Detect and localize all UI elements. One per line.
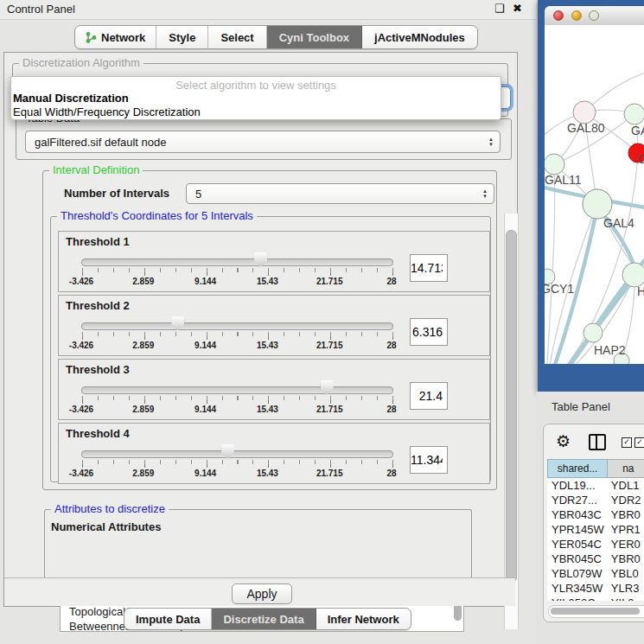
tab-style-label: Style: [169, 31, 195, 44]
thresholds-group-title: Threshold's Coordinates for 5 Intervals: [57, 209, 257, 222]
threshold-4-panel: Threshold 4 -3.426 2.859 9.144 15.43 21.…: [58, 423, 490, 484]
node-gal11[interactable]: [545, 154, 564, 175]
network-canvas[interactable]: GAL80 GA C GAL11 GAL4 GCY1 H HAP2: [545, 25, 644, 364]
tab-network[interactable]: Network: [75, 26, 156, 48]
table-hscrollbar-thumb[interactable]: [551, 608, 640, 615]
tab-impute-data[interactable]: Impute Data: [124, 609, 212, 629]
column-header-shared-name[interactable]: shared...: [547, 459, 608, 478]
close-window-icon[interactable]: ✖: [513, 2, 522, 15]
table-row[interactable]: YBL079WYBL0: [547, 566, 644, 581]
threshold-2-value-field[interactable]: [410, 318, 448, 346]
table-hscrollbar-track[interactable]: [548, 605, 644, 618]
checkbox-icon[interactable]: ✓: [634, 437, 644, 448]
tab-select-label: Select: [220, 31, 253, 44]
table-panel: Table Panel ⚙ ✓ ✓ shared... na YDL19...Y…: [536, 392, 644, 644]
table-data-group: Table Data galFiltered.sif default node …: [16, 118, 512, 160]
table-panel-title: Table Panel: [552, 400, 610, 413]
table-row[interactable]: YPR145WYPR1: [547, 522, 644, 537]
discretization-algorithm-group-title: Discretization Algorithm: [19, 56, 143, 69]
slider-scale-labels: -3.426 2.859 9.144 15.43 21.715 28: [81, 277, 392, 287]
threshold-4-value-field[interactable]: [410, 446, 448, 474]
threshold-3-value-field[interactable]: [410, 382, 448, 410]
tab-infer-network-label: Infer Network: [328, 613, 399, 626]
tab-discretize-data-label: Discretize Data: [223, 613, 303, 626]
node-gal4[interactable]: [583, 189, 612, 219]
table-row[interactable]: YBR045CYBR0: [547, 552, 644, 566]
node-hap2[interactable]: [583, 323, 603, 342]
node-table: shared... na YDL19...YDL1 YDR27...YDR2 Y…: [547, 459, 644, 601]
tab-select[interactable]: Select: [208, 26, 266, 48]
tab-discretize-data[interactable]: Discretize Data: [212, 609, 316, 629]
minimize-traffic-light-icon[interactable]: [571, 10, 582, 21]
tab-infer-network[interactable]: Infer Network: [316, 609, 411, 629]
table-toolbar: ⚙ ✓ ✓: [544, 424, 644, 457]
slider-scale-labels: -3.426 2.859 9.144 15.43 21.715 28: [81, 469, 392, 479]
threshold-2-panel: Threshold 2 -3.426 2.859 9.144 15.43 21.…: [58, 295, 490, 356]
close-traffic-light-icon[interactable]: [553, 10, 564, 21]
tab-cyni-toolbox[interactable]: Cyni Toolbox: [267, 26, 362, 48]
algorithm-dropdown-popup: Select algorithm to view settings Manual…: [10, 76, 501, 120]
slider-scale-labels: -3.426 2.859 9.144 15.43 21.715 28: [81, 341, 392, 351]
node-label: C: [638, 152, 644, 166]
bottom-tabbar: Impute Data Discretize Data Infer Networ…: [124, 608, 411, 630]
window-title: Control Panel: [7, 3, 75, 16]
number-of-intervals-combo[interactable]: 5 ▲▼: [186, 183, 494, 204]
threshold-4-label: Threshold 4: [66, 427, 130, 440]
table-panel-box: ⚙ ✓ ✓ shared... na YDL19...YDL1 YDR27...…: [543, 424, 644, 622]
split-columns-icon[interactable]: [589, 434, 606, 450]
dropdown-placeholder-item[interactable]: Select algorithm to view settings: [11, 79, 501, 92]
node-label: HAP2: [594, 343, 626, 357]
interval-definition-group-title: Interval Definition: [49, 163, 143, 176]
threshold-1-slider-track[interactable]: [81, 258, 393, 266]
node-h[interactable]: [622, 263, 644, 287]
threshold-3-label: Threshold 3: [66, 363, 130, 376]
table-row[interactable]: YDL19...YDL1: [547, 478, 644, 493]
slider-scale-labels: -3.426 2.859 9.144 15.43 21.715 28: [81, 405, 392, 415]
checkbox-icon[interactable]: ✓: [622, 437, 632, 448]
number-of-intervals-label: Number of Intervals: [64, 187, 169, 200]
slider-minor-ticks: [82, 268, 393, 272]
tab-cyni-toolbox-label: Cyni Toolbox: [279, 31, 349, 44]
threshold-4-slider-track[interactable]: [81, 450, 393, 458]
slider-minor-ticks: [82, 396, 393, 400]
table-data-combo[interactable]: galFiltered.sif default node ▲▼: [25, 131, 501, 153]
table-row[interactable]: YBR043CYBR0: [547, 507, 644, 522]
tab-jactivemnodules[interactable]: jActiveMNodules: [362, 26, 477, 48]
tab-style[interactable]: Style: [156, 26, 208, 48]
node-label: GAL11: [545, 173, 582, 187]
node-label: H: [637, 284, 644, 298]
gear-icon[interactable]: ⚙: [556, 431, 571, 451]
table-row[interactable]: YLR345WYLR3: [547, 581, 644, 596]
node-label: GAL80: [567, 121, 605, 135]
table-row[interactable]: YIL052CYIL0: [547, 596, 644, 601]
cyni-toolbox-panel: Discretization Algorithm Table Data galF…: [3, 52, 518, 607]
dropdown-item-equal-width-frequency[interactable]: Equal Width/Frequency Discretization: [13, 105, 201, 118]
tab-jactivemnodules-label: jActiveMNodules: [374, 31, 465, 44]
node-label: GAL4: [603, 216, 634, 230]
apply-button[interactable]: Apply: [232, 583, 292, 604]
network-window: GAL80 GA C GAL11 GAL4 GCY1 H HAP2: [538, 0, 644, 392]
float-window-icon[interactable]: ❑: [494, 2, 505, 15]
threshold-1-value-field[interactable]: [410, 254, 448, 282]
dropdown-item-manual-discretization[interactable]: Manual Discretization: [13, 92, 129, 105]
panel-scrollbar-thumb[interactable]: [506, 230, 517, 583]
zoom-traffic-light-icon[interactable]: [589, 10, 599, 21]
table-header-row: shared... na: [547, 459, 644, 478]
network-window-titlebar[interactable]: [545, 6, 644, 26]
node-label: GCY1: [545, 282, 574, 296]
threshold-1-panel: Threshold 1 -3.426 2.859 9.144 15.43 21.…: [58, 231, 490, 292]
numerical-attributes-label: Numerical Attributes: [51, 520, 161, 533]
slider-minor-ticks: [82, 332, 393, 336]
control-panel-titlebar: Control Panel ❑ ✖: [0, 0, 536, 20]
table-row[interactable]: YER054CYER0: [547, 537, 644, 552]
threshold-2-label: Threshold 2: [66, 299, 130, 312]
number-of-intervals-value: 5: [195, 188, 201, 201]
attributes-group: Attributes to discretize Numerical Attri…: [44, 509, 472, 579]
column-header-name[interactable]: na: [608, 459, 644, 478]
node-green[interactable]: [624, 104, 644, 124]
apply-button-label: Apply: [246, 587, 277, 601]
threshold-2-slider-track[interactable]: [81, 322, 393, 330]
table-row[interactable]: YDR27...YDR2: [547, 493, 644, 507]
threshold-3-slider-track[interactable]: [81, 386, 393, 394]
tab-impute-data-label: Impute Data: [136, 613, 200, 626]
